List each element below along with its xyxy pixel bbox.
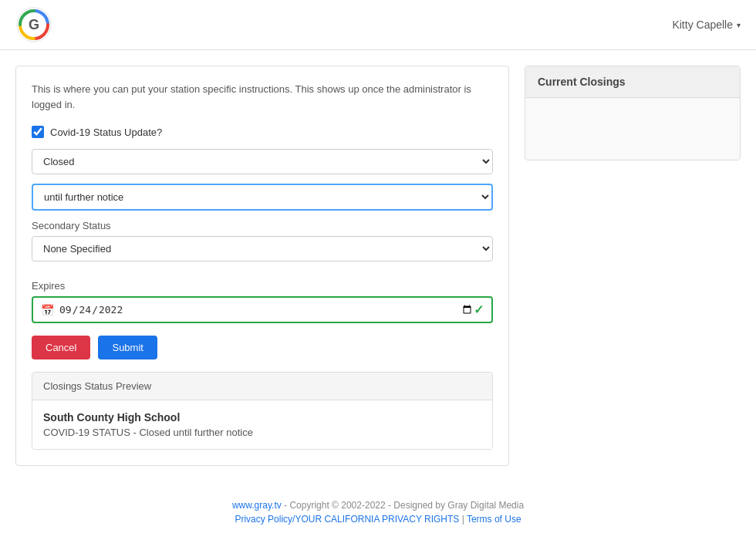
- expires-section: Expires 📅 ✓: [32, 280, 493, 323]
- current-closings-title: Current Closings: [525, 66, 740, 98]
- cancel-button[interactable]: Cancel: [32, 336, 90, 359]
- secondary-status-label: Secondary Status: [32, 220, 493, 231]
- gray-tv-logo-icon: G: [15, 6, 52, 43]
- notice-select[interactable]: until further notice effective immediate…: [32, 184, 493, 211]
- user-menu-caret-icon: ▾: [737, 21, 741, 29]
- status-select[interactable]: Closed Open Delayed: [32, 149, 493, 174]
- preview-body: South County High School COVID-19 STATUS…: [32, 400, 492, 449]
- left-panel: This is where you can put your station s…: [15, 66, 509, 466]
- footer-copyright-text: Copyright © 2002-2022 - Designed by Gray…: [289, 500, 524, 511]
- preview-header: Closings Status Preview: [32, 373, 492, 400]
- header: G Kitty Capelle ▾: [0, 0, 756, 50]
- user-menu[interactable]: Kitty Capelle ▾: [672, 19, 741, 31]
- secondary-status-section: Secondary Status None Specified Virtual …: [32, 220, 493, 271]
- instructions-text: This is where you can put your station s…: [32, 82, 493, 112]
- footer-privacy-link[interactable]: Privacy Policy/YOUR CALIFORNIA PRIVACY R…: [235, 514, 459, 525]
- preview-status-text: COVID-19 STATUS - Closed until further n…: [43, 427, 481, 438]
- right-panel: Current Closings: [525, 66, 741, 160]
- expires-label: Expires: [32, 280, 493, 292]
- footer-line2: Privacy Policy/YOUR CALIFORNIA PRIVACY R…: [15, 514, 741, 525]
- footer-line1: www.gray.tv - Copyright © 2002-2022 - De…: [15, 500, 741, 511]
- footer-terms-link[interactable]: Terms of Use: [467, 514, 521, 525]
- footer: www.gray.tv - Copyright © 2002-2022 - De…: [0, 481, 756, 540]
- main-content: This is where you can put your station s…: [0, 50, 756, 481]
- footer-site-link[interactable]: www.gray.tv: [232, 500, 282, 511]
- date-input-wrapper: 📅 ✓: [32, 296, 493, 323]
- submit-button[interactable]: Submit: [98, 336, 157, 359]
- date-check-icon: ✓: [474, 302, 484, 317]
- svg-text:G: G: [29, 17, 39, 32]
- current-closings-body: [525, 98, 740, 160]
- secondary-status-select[interactable]: None Specified Virtual Only In-Person On…: [32, 236, 493, 262]
- covid-checkbox-label[interactable]: Covid-19 Status Update?: [50, 127, 162, 138]
- preview-school-name: South County High School: [43, 411, 481, 424]
- expires-date-input[interactable]: [59, 303, 474, 316]
- calendar-icon: 📅: [41, 304, 54, 316]
- logo-container: G: [15, 6, 52, 43]
- covid-checkbox-row: Covid-19 Status Update?: [32, 126, 493, 138]
- button-row: Cancel Submit: [32, 336, 493, 359]
- covid-status-checkbox[interactable]: [32, 126, 44, 138]
- user-name: Kitty Capelle: [672, 19, 733, 31]
- preview-box: Closings Status Preview South County Hig…: [32, 372, 493, 450]
